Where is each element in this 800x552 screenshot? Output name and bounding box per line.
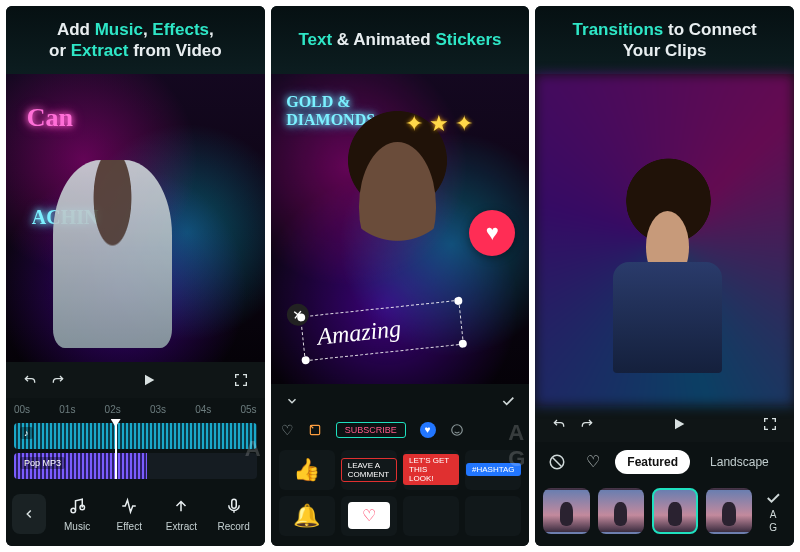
sticker-bell[interactable]: 🔔 [279, 496, 335, 536]
collapse-button[interactable] [277, 386, 307, 416]
panel-music: Add Music, Effects,or Extract from Video… [6, 6, 265, 546]
tool-extract[interactable]: Extract [156, 491, 206, 536]
chip-landscape[interactable]: Landscape [698, 450, 781, 474]
panel-2-title: Text & Animated Stickers [271, 6, 530, 74]
video-preview-3[interactable] [535, 74, 794, 406]
sticker-lets-get[interactable]: LET'S GET THIS LOOK! [403, 450, 459, 490]
audio-clip[interactable] [14, 423, 257, 449]
accent-transitions: Transitions [573, 20, 664, 39]
accent-music: Music [95, 20, 143, 39]
apply-label-2: G [769, 522, 777, 533]
tool-label: Effect [117, 521, 142, 532]
sticker-grid: 👍 LEAVE A COMMENT LET'S GET THIS LOOK! #… [271, 450, 530, 546]
chip-featured[interactable]: Featured [615, 450, 690, 474]
playback-bar-3 [535, 406, 794, 442]
accent-text: Text [298, 30, 332, 49]
tab-category-3[interactable] [450, 418, 464, 442]
sticker-tray: ♡ SUBSCRIBE ♥ 👍 LEAVE A COMMENT LET'S GE… [271, 384, 530, 546]
redo-button[interactable] [573, 410, 601, 438]
t: & Animated [332, 30, 435, 49]
sticker-empty[interactable] [403, 496, 459, 536]
audio-track-2[interactable]: Pop MP3 [14, 453, 257, 479]
transition-thumb-selected[interactable] [652, 488, 698, 534]
playback-bar-1 [6, 362, 265, 398]
tick: 01s [59, 404, 75, 415]
sticker-hashtag[interactable]: #HASHTAG [465, 450, 521, 490]
confirm-button[interactable] [493, 386, 523, 416]
sticker-leave-comment[interactable]: LEAVE A COMMENT [341, 450, 397, 490]
t: Add [57, 20, 95, 39]
tool-record[interactable]: Record [209, 491, 259, 536]
sticker-thumbsup[interactable]: 👍 [279, 450, 335, 490]
transition-tabs: ♡ Featured Landscape Film [535, 442, 794, 482]
panel-3-title: Transitions to ConnectYour Clips [535, 6, 794, 74]
svg-point-4 [451, 425, 462, 436]
overlay-text[interactable]: Amazing [316, 310, 448, 350]
tool-label: Extract [166, 521, 197, 532]
play-button[interactable] [665, 410, 693, 438]
music-icon [66, 495, 88, 517]
transition-thumb[interactable] [598, 488, 644, 534]
playhead[interactable] [115, 423, 117, 479]
mini-label: LET'S GET THIS LOOK! [403, 454, 459, 485]
transition-thumbs: A G [535, 482, 794, 546]
transition-tray: ♡ Featured Landscape Film A G [535, 442, 794, 546]
mini-label: #HASHTAG [466, 463, 521, 476]
body [613, 262, 722, 372]
apply-button[interactable]: A G [760, 488, 786, 534]
audio-track-1[interactable]: ♪ [14, 423, 257, 449]
t: , [143, 20, 152, 39]
transition-thumb[interactable] [706, 488, 752, 534]
none-transition[interactable] [543, 448, 571, 476]
video-preview-2[interactable]: GOLD &DIAMONDS ✦ ★ ✦ ♥ ✕ Amazing [271, 74, 530, 384]
crown-sticker[interactable]: ✦ ★ ✦ [405, 111, 473, 137]
favorite-transition[interactable]: ♡ [579, 448, 607, 476]
accent-extract: Extract [71, 41, 129, 60]
chip-row: Featured Landscape Film [615, 450, 786, 474]
emoji: 👍 [293, 457, 320, 483]
extract-icon [170, 495, 192, 517]
timeline: 00s 01s 02s 03s 04s 05s ♪ Pop MP3 [6, 398, 265, 546]
tool-effect[interactable]: Effect [104, 491, 154, 536]
back-button[interactable] [12, 494, 46, 534]
tick: 03s [150, 404, 166, 415]
undo-button[interactable] [16, 366, 44, 394]
play-button[interactable] [135, 366, 163, 394]
check-icon [764, 489, 782, 507]
clip-label-pop: Pop MP3 [20, 457, 65, 469]
video-preview-1[interactable]: Can ACHIN [6, 74, 265, 362]
tool-label: Music [64, 521, 90, 532]
sticker-empty[interactable] [465, 496, 521, 536]
accent-effects: Effects [152, 20, 209, 39]
tab-pill: SUBSCRIBE [336, 422, 406, 438]
resize-handle[interactable] [296, 313, 305, 322]
tab-category-2[interactable]: ♥ [420, 418, 436, 442]
tool-row: Music Effect Extract Record [6, 483, 265, 546]
tick: 05s [240, 404, 256, 415]
face [359, 142, 437, 272]
tab-recent[interactable] [308, 418, 322, 442]
mini-label: LEAVE A COMMENT [341, 458, 397, 482]
accent-stickers: Stickers [435, 30, 501, 49]
svg-rect-2 [231, 499, 236, 508]
tab-favorites[interactable]: ♡ [281, 418, 294, 442]
t: from Video [128, 41, 221, 60]
fullscreen-button[interactable] [756, 410, 784, 438]
fullscreen-button[interactable] [227, 366, 255, 394]
emoji: 🔔 [293, 503, 320, 529]
tool-label: Record [217, 521, 249, 532]
panel-1-title: Add Music, Effects,or Extract from Video [6, 6, 265, 74]
person-silhouette [53, 160, 172, 347]
time-ruler: 00s 01s 02s 03s 04s 05s [6, 404, 265, 419]
emoji: ♡ [348, 502, 390, 529]
panel-stickers: Text & Animated Stickers GOLD &DIAMONDS … [271, 6, 530, 546]
sticker-heart-box[interactable]: ♡ [341, 496, 397, 536]
tool-music[interactable]: Music [52, 491, 102, 536]
transition-thumb[interactable] [543, 488, 589, 534]
tab-category-1[interactable]: SUBSCRIBE [336, 418, 406, 442]
effect-icon [118, 495, 140, 517]
tick: 04s [195, 404, 211, 415]
redo-button[interactable] [44, 366, 72, 394]
resize-handle[interactable] [301, 356, 310, 365]
undo-button[interactable] [545, 410, 573, 438]
